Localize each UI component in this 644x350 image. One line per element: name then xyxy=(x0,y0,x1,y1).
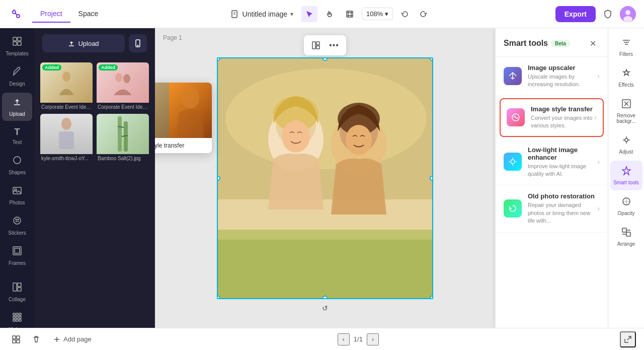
upload-button[interactable]: Upload xyxy=(42,34,125,52)
zoom-control[interactable]: 108% ▾ xyxy=(362,8,393,20)
restoration-svg xyxy=(508,204,517,213)
thumb-item-corp1[interactable]: Added Corporate Event Idea... xyxy=(40,62,93,110)
right-item-effects[interactable]: Effects xyxy=(610,63,642,93)
thumb-item-corp2[interactable]: Added Corporate Event Idea... xyxy=(97,62,149,110)
redo-button[interactable] xyxy=(415,6,431,22)
sidebar-item-frames[interactable]: Frames xyxy=(2,242,32,270)
mobile-icon xyxy=(134,39,142,47)
style-transfer-arrow: › xyxy=(594,113,597,121)
effects-icon xyxy=(621,68,631,81)
kyle-figure xyxy=(54,116,79,152)
layout-tool-button[interactable] xyxy=(309,38,323,52)
templates-icon xyxy=(12,36,22,49)
right-item-remove-bg[interactable]: Remove backgr... xyxy=(610,94,642,129)
handle-top-right[interactable] xyxy=(430,57,433,61)
svg-rect-52 xyxy=(316,46,319,49)
more-options-button[interactable]: ••• xyxy=(327,38,341,52)
thumb-label-corp2: Corporate Event Idea... xyxy=(97,104,149,110)
undo-button[interactable] xyxy=(397,6,413,22)
smart-panel-close-button[interactable]: ✕ xyxy=(586,36,600,50)
right-item-opacity[interactable]: Opacity xyxy=(610,191,642,221)
smart-tools-icon xyxy=(621,166,631,178)
frame-tool-button[interactable] xyxy=(342,6,358,22)
mobile-icon-button[interactable] xyxy=(129,34,147,52)
added-badge-corp2: Added xyxy=(99,64,118,71)
zoom-level: 108% xyxy=(366,10,383,18)
avatar[interactable] xyxy=(620,6,636,22)
smart-tool-restoration[interactable]: Old photo restoration Repair your damage… xyxy=(496,185,608,232)
doc-title-area[interactable]: Untitled image ▾ xyxy=(230,10,294,19)
right-item-smart-tools[interactable]: Smart tools xyxy=(610,161,642,190)
page-indicator: 1/1 xyxy=(354,335,363,343)
thumb-item-kyle[interactable]: kyle-smith-tlowJ-oY... xyxy=(40,114,93,161)
tab-project[interactable]: Project xyxy=(32,6,70,23)
app-logo[interactable] xyxy=(8,6,24,22)
svg-point-65 xyxy=(346,125,372,155)
rotate-handle[interactable]: ↺ xyxy=(320,303,330,313)
svg-rect-30 xyxy=(13,313,15,315)
svg-marker-80 xyxy=(622,167,630,175)
add-page-button[interactable]: Add page xyxy=(48,332,97,346)
right-sidebar: Filters Effects Remove backgr... Adjust … xyxy=(608,28,644,328)
more-icon: ••• xyxy=(329,41,339,50)
smart-tool-style-transfer[interactable]: Image style transfer Convert your images… xyxy=(500,98,604,137)
right-item-filters[interactable]: Filters xyxy=(610,32,642,62)
pointer-tool-button[interactable] xyxy=(301,6,317,22)
svg-rect-37 xyxy=(16,319,18,321)
smart-tool-lowlight[interactable]: Low-light image enhancer Improve low-lig… xyxy=(496,139,608,186)
svg-point-24 xyxy=(18,219,19,220)
svg-point-42 xyxy=(115,73,122,82)
sidebar-item-text[interactable]: T Text xyxy=(2,123,32,149)
svg-rect-46 xyxy=(118,116,122,152)
thumb-label-bamboo: Bamboo Salt(2).jpg xyxy=(97,156,149,161)
svg-rect-86 xyxy=(13,336,16,339)
sidebar-item-stickers[interactable]: Stickers xyxy=(2,212,32,240)
svg-point-75 xyxy=(625,138,628,142)
hand-tool-button[interactable] xyxy=(321,6,338,22)
lowlight-arrow: › xyxy=(597,158,600,166)
trash-icon xyxy=(32,335,40,343)
trash-button[interactable] xyxy=(28,331,44,347)
canvas-area[interactable]: Page 1 ••• xyxy=(155,28,495,328)
sidebar-item-photos[interactable]: Photos xyxy=(2,181,32,209)
page-next-button[interactable]: › xyxy=(367,333,379,345)
shield-icon[interactable] xyxy=(600,6,616,22)
svg-point-41 xyxy=(62,72,70,82)
svg-point-43 xyxy=(123,74,130,83)
svg-rect-32 xyxy=(19,313,21,315)
main-layout: Templates Design Upload T Text Shapes xyxy=(0,28,644,328)
handle-bottom-right[interactable] xyxy=(430,296,433,299)
collage-icon xyxy=(12,282,22,295)
canvas-image[interactable] xyxy=(217,57,433,299)
handle-mid-right[interactable] xyxy=(430,176,433,181)
thumb-item-bamboo[interactable]: Bamboo Salt(2).jpg xyxy=(97,114,149,161)
tab-space[interactable]: Space xyxy=(70,6,107,23)
sidebar-item-upload[interactable]: Upload xyxy=(2,93,32,121)
right-item-arrange[interactable]: Arrange xyxy=(610,222,642,252)
sidebar-item-collage[interactable]: Collage xyxy=(2,278,32,306)
export-button[interactable]: Export xyxy=(555,6,596,22)
style-preview-before xyxy=(155,83,169,138)
grid-view-button[interactable] xyxy=(8,331,24,347)
sidebar-item-shapes[interactable]: Shapes xyxy=(2,151,32,179)
sidebar-item-templates[interactable]: Templates xyxy=(2,32,32,60)
expand-button[interactable] xyxy=(620,331,636,347)
style-transfer-desc: Convert your images into various styles. xyxy=(531,114,594,130)
page-prev-button[interactable]: ‹ xyxy=(338,333,350,345)
sidebar-item-design[interactable]: Design xyxy=(2,62,32,91)
restoration-desc: Repair your damaged photos or bring them… xyxy=(528,201,597,225)
upscaler-icon xyxy=(504,67,522,85)
doc-title: Untitled image xyxy=(243,10,288,18)
stickers-icon xyxy=(12,216,22,228)
smart-tool-upscaler[interactable]: Image upscaler Upscale images by increas… xyxy=(496,57,608,96)
opacity-icon xyxy=(621,196,631,209)
svg-rect-29 xyxy=(18,288,21,291)
restoration-name: Old photo restoration xyxy=(528,192,597,200)
sidebar-item-apps[interactable]: 88 Apps xyxy=(2,308,32,328)
handle-bottom-mid[interactable] xyxy=(323,296,328,299)
right-item-adjust[interactable]: Adjust xyxy=(610,130,642,160)
svg-rect-87 xyxy=(17,336,20,339)
upscaler-desc: Upscale images by increasing resolution. xyxy=(528,73,597,89)
doc-icon xyxy=(230,10,239,19)
bottom-left: Add page xyxy=(8,331,97,347)
